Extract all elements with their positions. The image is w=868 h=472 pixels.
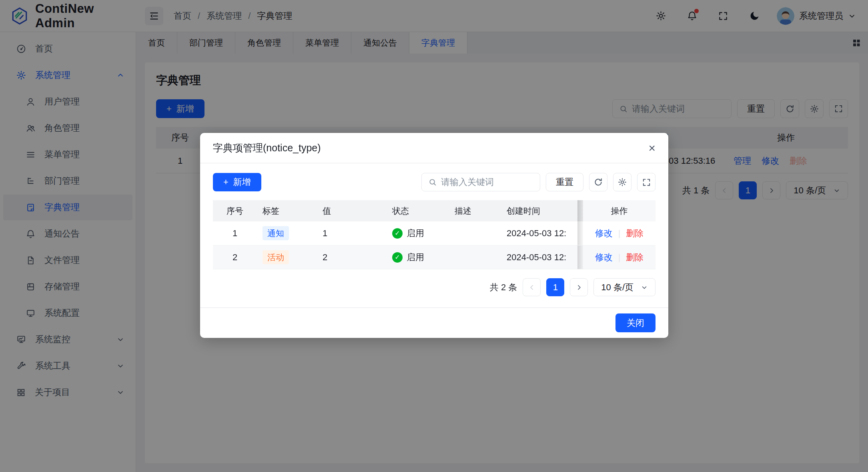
page-number-button[interactable]: 1 [546, 278, 564, 296]
modal-search-input[interactable] [441, 177, 533, 187]
action-divider: | [618, 228, 621, 239]
page-size-select[interactable]: 10 条/页 [593, 278, 656, 296]
col-header-actions: 操作 [583, 200, 656, 221]
edit-link[interactable]: 修改 [595, 227, 613, 239]
close-button[interactable]: 关闭 [615, 313, 656, 332]
col-header-created: 创建时间 [501, 205, 577, 217]
gear-icon[interactable] [613, 173, 631, 191]
tag-badge: 活动 [263, 250, 289, 264]
next-page-button[interactable] [570, 278, 588, 296]
modal-table-header-row: 序号 标签 值 状态 描述 创建时间 操作 [213, 200, 656, 221]
modal-footer: 关闭 [200, 307, 668, 338]
status-label: 启用 [407, 251, 424, 263]
table-row: 2 活动 2 ✓ 启用 2024-05-03 12: 修改 | 删除 [213, 245, 656, 269]
chevron-left-icon [528, 283, 536, 291]
col-header-status: 状态 [381, 205, 449, 217]
modal-header: 字典项管理(notice_type) × [200, 133, 668, 163]
table-row: 1 通知 1 ✓ 启用 2024-05-03 12: 修改 | 删除 [213, 221, 656, 245]
prev-page-button[interactable] [523, 278, 541, 296]
table-scrollbar-track[interactable] [577, 221, 583, 245]
cell-index: 2 [213, 252, 257, 263]
modal-pagination: 共 2 条 1 10 条/页 [213, 278, 656, 296]
action-divider: | [618, 252, 621, 263]
delete-link[interactable]: 删除 [626, 251, 643, 263]
col-header-tag: 标签 [257, 205, 317, 217]
cell-index: 1 [213, 228, 257, 239]
cell-value: 1 [317, 228, 381, 239]
cell-created: 2024-05-03 12: [501, 252, 577, 263]
cell-status: ✓ 启用 [381, 227, 449, 239]
refresh-icon[interactable] [589, 173, 607, 191]
modal-search-wrap [421, 173, 540, 191]
modal-title: 字典项管理(notice_type) [213, 141, 321, 155]
cell-status: ✓ 启用 [381, 251, 449, 263]
table-scrollbar-track[interactable] [577, 245, 583, 269]
modal-add-button[interactable]: + 新增 [213, 173, 261, 191]
cell-created: 2024-05-03 12: [501, 228, 577, 239]
check-icon: ✓ [392, 252, 403, 263]
chevron-down-icon [641, 284, 648, 291]
col-header-index: 序号 [213, 205, 257, 217]
search-icon [428, 178, 437, 187]
dict-items-table: 序号 标签 值 状态 描述 创建时间 操作 1 通知 1 ✓ 启用 2024-0… [213, 200, 656, 269]
col-header-value: 值 [317, 205, 381, 217]
table-scrollbar-track[interactable] [577, 200, 583, 221]
fullscreen-icon[interactable] [637, 173, 656, 191]
chevron-right-icon [575, 283, 583, 291]
cell-value: 2 [317, 252, 381, 263]
check-icon: ✓ [392, 228, 403, 239]
edit-link[interactable]: 修改 [595, 251, 613, 263]
modal-toolbar: + 新增 重置 [213, 173, 656, 191]
col-header-description: 描述 [449, 205, 501, 217]
dict-items-modal: 字典项管理(notice_type) × + 新增 重置 [200, 133, 668, 338]
pagination-total: 共 2 条 [490, 281, 517, 293]
modal-reset-button[interactable]: 重置 [546, 173, 583, 191]
modal-body: + 新增 重置 序号 [200, 163, 668, 296]
close-icon[interactable]: × [648, 142, 656, 154]
status-label: 启用 [407, 227, 424, 239]
plus-icon: + [223, 177, 229, 187]
tag-badge: 通知 [263, 226, 289, 240]
delete-link[interactable]: 删除 [626, 227, 643, 239]
